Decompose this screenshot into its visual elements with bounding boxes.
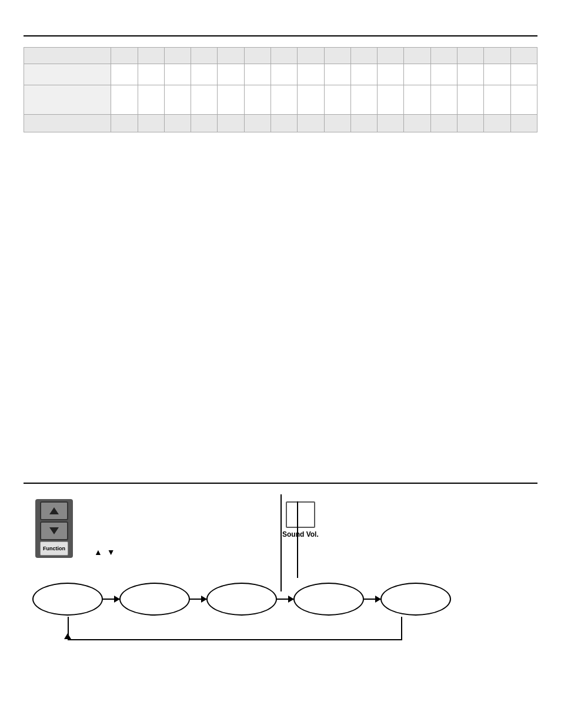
table-row-3-cell-4 [191, 115, 218, 132]
return-line-container [68, 617, 402, 640]
table-row-2-cell-10 [350, 85, 377, 115]
table-row-3-cell-9 [324, 115, 350, 132]
table-row-3-cell-14 [457, 115, 483, 132]
sound-vol-vertical-line [297, 501, 298, 578]
table-row-3-cell-8 [298, 115, 324, 132]
sound-vol-section: Sound Vol. [282, 501, 319, 538]
table-header-col-3 [164, 48, 191, 64]
table-row-1-cell-12 [404, 64, 430, 85]
up-arrow-icon [49, 507, 59, 514]
table-row-2-cell-16 [510, 85, 537, 115]
table-row-2-cell-3 [164, 85, 191, 115]
table-header-col-6 [244, 48, 271, 64]
table-row-1-cell-2 [138, 64, 164, 85]
table-row-3-cell-10 [350, 115, 377, 132]
table-header-col-15 [484, 48, 510, 64]
table-row-2-cell-5 [218, 85, 244, 115]
table-row-1 [24, 64, 537, 85]
table-header-col-10 [350, 48, 377, 64]
table-row-2-cell-12 [404, 85, 430, 115]
table-header-row [24, 48, 537, 64]
flow-ellipse-4 [293, 583, 364, 616]
table-row-1-cell-1 [111, 64, 138, 85]
sound-vol-box [286, 501, 315, 528]
down-arrow-indicator: ▼ [107, 547, 115, 557]
table-row-1-cell-8 [298, 64, 324, 85]
sound-vol-label: Sound Vol. [282, 530, 319, 538]
table-row-3-cell-16 [510, 115, 537, 132]
table-row-1-cell-14 [457, 64, 483, 85]
flow-ellipse-3 [206, 583, 277, 616]
function-button[interactable]: Function [40, 541, 68, 556]
flow-arrow-1 [103, 599, 119, 600]
table-row-1-cell-3 [164, 64, 191, 85]
main-table [24, 47, 537, 132]
table-row-3-cell-6 [244, 115, 271, 132]
table-row-2-cell-1 [111, 85, 138, 115]
table-row-1-label [24, 64, 111, 85]
return-bottom-line [68, 639, 402, 640]
table-row-3-cell-2 [138, 115, 164, 132]
flow-ellipse-5 [380, 583, 451, 616]
down-button[interactable] [40, 521, 68, 540]
table-row-2-cell-15 [484, 85, 510, 115]
flow-ellipse-2 [119, 583, 190, 616]
table-row-2 [24, 85, 537, 115]
diagram-vertical-separator [280, 494, 282, 591]
table-header-col-11 [378, 48, 404, 64]
data-table-section [24, 47, 537, 132]
return-right-vert [401, 617, 402, 640]
table-row-2-label [24, 85, 111, 115]
table-header-col-4 [191, 48, 218, 64]
down-arrow-icon [49, 527, 59, 534]
table-row-1-cell-9 [324, 64, 350, 85]
table-row-3-cell-11 [378, 115, 404, 132]
flow-arrow-4 [364, 599, 380, 600]
table-row-3-cell-5 [218, 115, 244, 132]
table-header-col-14 [457, 48, 483, 64]
table-header-col-16 [510, 48, 537, 64]
table-row-1-cell-10 [350, 64, 377, 85]
up-arrow-indicator: ▲ [94, 547, 102, 557]
flow-diagram [32, 583, 532, 616]
table-row-3-cell-1 [111, 115, 138, 132]
table-row-1-cell-4 [191, 64, 218, 85]
table-row-1-cell-6 [244, 64, 271, 85]
table-row-3-cell-3 [164, 115, 191, 132]
table-row-1-cell-16 [510, 64, 537, 85]
table-row-2-cell-13 [430, 85, 457, 115]
table-header-col-9 [324, 48, 350, 64]
table-header-col-7 [271, 48, 298, 64]
table-row-2-cell-11 [378, 85, 404, 115]
flow-arrow-2 [190, 599, 206, 600]
table-row-3-shaded [24, 115, 537, 132]
table-row-2-cell-14 [457, 85, 483, 115]
table-row-2-cell-2 [138, 85, 164, 115]
return-arrow-icon [64, 633, 71, 639]
table-row-3-cell-7 [271, 115, 298, 132]
table-row-3-cell-15 [484, 115, 510, 132]
table-header-col-12 [404, 48, 430, 64]
flow-ellipse-1 [32, 583, 103, 616]
table-row-3-label [24, 115, 111, 132]
table-header-col-1 [111, 48, 138, 64]
flow-arrow-3 [277, 599, 293, 600]
up-button[interactable] [40, 501, 68, 520]
table-row-1-cell-7 [271, 64, 298, 85]
table-row-1-cell-13 [430, 64, 457, 85]
arrow-indicators: ▲ ▼ [94, 547, 115, 557]
table-row-1-cell-5 [218, 64, 244, 85]
mid-divider-line [24, 483, 537, 484]
table-row-3-cell-12 [404, 115, 430, 132]
table-row-3-cell-13 [430, 115, 457, 132]
table-row-2-cell-8 [298, 85, 324, 115]
table-header-col-13 [430, 48, 457, 64]
table-header-col-5 [218, 48, 244, 64]
top-divider-line [24, 35, 537, 36]
table-header-label [24, 48, 111, 64]
table-row-1-cell-15 [484, 64, 510, 85]
table-row-1-cell-11 [378, 64, 404, 85]
table-row-2-cell-4 [191, 85, 218, 115]
table-header-col-2 [138, 48, 164, 64]
table-row-2-cell-9 [324, 85, 350, 115]
